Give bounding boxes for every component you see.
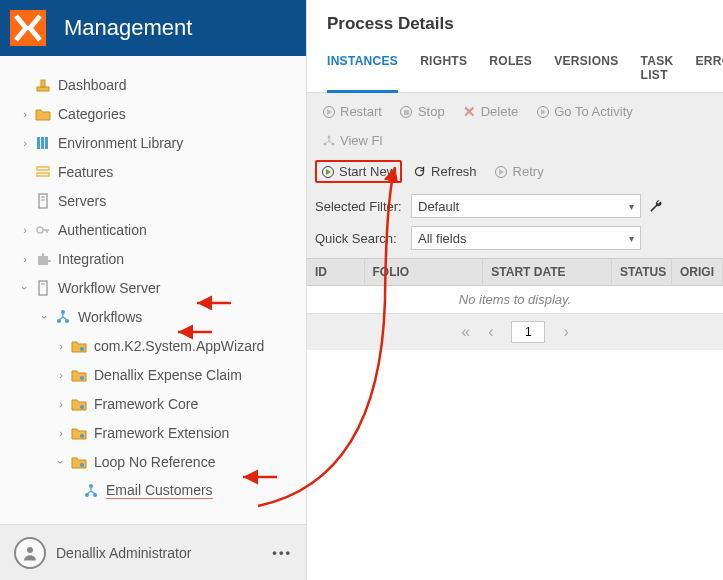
sidebar-item-categories[interactable]: › Categories [0, 99, 306, 128]
sidebar-item-env-library[interactable]: › Environment Library [0, 128, 306, 157]
delete-button[interactable]: ✕Delete [456, 99, 526, 124]
sidebar-label: Features [58, 164, 113, 180]
svg-point-22 [80, 434, 84, 438]
svg-point-16 [61, 310, 65, 314]
puzzle-icon [34, 250, 52, 268]
svg-point-11 [37, 227, 43, 233]
sidebar-item-servers[interactable]: Servers [0, 186, 306, 215]
chevron-down-icon[interactable]: › [55, 455, 67, 469]
sidebar-label: Email Customers [106, 482, 213, 499]
key-icon [34, 221, 52, 239]
more-icon[interactable]: ••• [272, 545, 292, 560]
chevron-right-icon[interactable]: › [18, 224, 32, 236]
flow-icon [322, 134, 335, 147]
sidebar: Management Dashboard › Categories › Envi… [0, 0, 307, 580]
col-status[interactable]: STATUS [612, 259, 672, 285]
chevron-right-icon[interactable]: › [54, 369, 68, 381]
sidebar-item-workflow-server[interactable]: › Workflow Server [0, 273, 306, 302]
tab-instances[interactable]: INSTANCES [327, 54, 398, 93]
server-icon [34, 192, 52, 210]
app-title: Management [64, 15, 192, 41]
pager-first-icon[interactable]: « [461, 323, 470, 341]
search-field-select[interactable]: All fields▾ [411, 226, 641, 250]
wrench-icon[interactable] [647, 197, 665, 215]
folder-icon [34, 105, 52, 123]
chevron-right-icon[interactable]: › [54, 427, 68, 439]
sidebar-item-workflows[interactable]: › Workflows [0, 302, 306, 331]
tab-versions[interactable]: VERSIONS [554, 54, 618, 92]
sidebar-item-email-customers[interactable]: Email Customers [0, 476, 306, 505]
sidebar-item-wf[interactable]: › Framework Extension [0, 418, 306, 447]
filter-select[interactable]: Default▾ [411, 194, 641, 218]
folder-wf-icon [70, 424, 88, 442]
play-icon [322, 105, 335, 118]
chevron-right-icon[interactable]: › [18, 108, 32, 120]
sidebar-label: Authentication [58, 222, 147, 238]
sidebar-label: Categories [58, 106, 126, 122]
tab-roles[interactable]: ROLES [489, 54, 532, 92]
tab-errors[interactable]: ERRO [696, 54, 723, 92]
svg-rect-1 [37, 87, 49, 91]
sidebar-label: Workflows [78, 309, 142, 325]
stop-button[interactable]: Stop [393, 99, 452, 124]
goto-activity-button[interactable]: Go To Activity [529, 99, 640, 124]
col-origin[interactable]: ORIGI [672, 259, 723, 285]
sidebar-item-wf[interactable]: › com.K2.System.AppWizard [0, 331, 306, 360]
pager-page-input[interactable] [511, 321, 545, 343]
sidebar-item-wf-loop[interactable]: › Loop No Reference [0, 447, 306, 476]
svg-point-20 [80, 376, 84, 380]
chevron-down-icon[interactable]: › [19, 281, 31, 295]
chevron-down-icon[interactable]: › [39, 310, 51, 324]
pager-next-icon[interactable]: › [563, 323, 568, 341]
app-logo-icon [10, 10, 46, 46]
folder-wf-icon [70, 395, 88, 413]
refresh-button[interactable]: Refresh [406, 159, 484, 184]
pager-prev-icon[interactable]: ‹ [488, 323, 493, 341]
tab-rights[interactable]: RIGHTS [420, 54, 467, 92]
main-panel: Process Details INSTANCES RIGHTS ROLES V… [307, 0, 723, 580]
sidebar-item-features[interactable]: Features [0, 157, 306, 186]
restart-button[interactable]: Restart [315, 99, 389, 124]
toolbar: Restart Stop ✕Delete Go To Activity View… [307, 93, 723, 258]
sidebar-label: Workflow Server [58, 280, 160, 296]
svg-rect-6 [37, 167, 49, 170]
user-bar: Denallix Administrator ••• [0, 524, 306, 580]
workflow-icon [54, 308, 72, 326]
sidebar-item-dashboard[interactable]: Dashboard [0, 70, 306, 99]
chevron-right-icon[interactable]: › [18, 253, 32, 265]
sidebar-item-wf[interactable]: › Framework Core [0, 389, 306, 418]
sidebar-label: Loop No Reference [94, 454, 215, 470]
user-name: Denallix Administrator [56, 545, 272, 561]
sidebar-item-authentication[interactable]: › Authentication [0, 215, 306, 244]
view-flow-button[interactable]: View Fl [315, 128, 389, 153]
chevron-right-icon[interactable]: › [54, 398, 68, 410]
svg-rect-5 [45, 137, 48, 149]
svg-rect-14 [39, 281, 47, 295]
sidebar-label: Dashboard [58, 77, 127, 93]
col-id[interactable]: ID [307, 259, 365, 285]
sidebar-item-integration[interactable]: › Integration [0, 244, 306, 273]
features-icon [34, 163, 52, 181]
folder-wf-icon [70, 453, 88, 471]
page-title: Process Details [327, 14, 703, 34]
svg-point-24 [89, 484, 93, 488]
folder-wf-icon [70, 337, 88, 355]
svg-rect-3 [37, 137, 40, 149]
stop-icon [400, 105, 413, 118]
chevron-right-icon[interactable]: › [54, 340, 68, 352]
retry-button[interactable]: Retry [488, 159, 551, 184]
workflow-icon [82, 482, 100, 500]
sidebar-label: Framework Core [94, 396, 198, 412]
tab-tasklist[interactable]: TASK LIST [641, 54, 674, 92]
grid-header: ID FOLIO START DATE STATUS ORIGI [307, 258, 723, 286]
svg-point-19 [80, 347, 84, 351]
col-folio[interactable]: FOLIO [365, 259, 484, 285]
play-icon [495, 165, 508, 178]
refresh-icon [413, 165, 426, 178]
sidebar-label: Environment Library [58, 135, 183, 151]
chevron-right-icon[interactable]: › [18, 137, 32, 149]
search-label: Quick Search: [315, 231, 405, 246]
sidebar-item-wf[interactable]: › Denallix Expense Claim [0, 360, 306, 389]
start-new-button[interactable]: Start New [315, 160, 402, 183]
col-start[interactable]: START DATE [483, 259, 612, 285]
